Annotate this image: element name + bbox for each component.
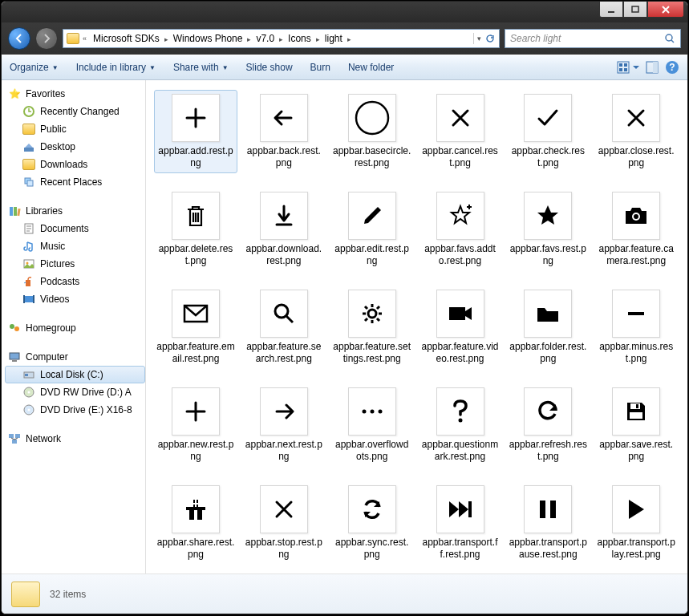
svg-rect-29: [12, 360, 17, 362]
file-item[interactable]: appbar.feature.video.rest.png: [419, 286, 502, 369]
breadcrumb-item[interactable]: v7.0: [253, 31, 278, 46]
file-thumbnail: [524, 192, 572, 240]
file-name: appbar.transport.pause.rest.png: [509, 537, 587, 561]
sidebar-item[interactable]: Desktop: [5, 138, 145, 156]
file-item[interactable]: appbar.feature.camera.rest.png: [594, 188, 678, 271]
file-item[interactable]: appbar.check.rest.png: [506, 90, 590, 173]
file-thumbnail: [524, 290, 572, 338]
organize-button[interactable]: Organize▼: [10, 62, 59, 73]
help-button[interactable]: ?: [665, 60, 679, 75]
sidebar-item[interactable]: DVD RW Drive (D:) A: [5, 383, 145, 401]
file-item[interactable]: appbar.close.rest.png: [594, 90, 678, 173]
minimize-button[interactable]: [599, 2, 623, 18]
file-item[interactable]: appbar.transport.play.rest.png: [594, 481, 678, 565]
file-thumbnail: [348, 485, 396, 533]
sidebar-item[interactable]: Downloads: [5, 156, 145, 173]
breadcrumb-item[interactable]: Icons: [285, 31, 314, 46]
file-item[interactable]: appbar.share.rest.png: [154, 481, 237, 565]
file-item[interactable]: appbar.folder.rest.png: [506, 286, 590, 369]
sidebar-item[interactable]: Local Disk (C:): [5, 366, 145, 383]
nav-back-button[interactable]: [8, 27, 30, 50]
file-item[interactable]: appbar.transport.ff.rest.png: [419, 481, 502, 565]
file-thumbnail: [260, 192, 308, 240]
file-item[interactable]: appbar.add.rest.png: [154, 90, 237, 173]
file-item[interactable]: appbar.delete.rest.png: [154, 188, 237, 271]
svg-rect-59: [550, 500, 556, 518]
sidebar-item[interactable]: Recent Places: [5, 173, 145, 191]
file-thumbnail: [348, 192, 396, 240]
file-item[interactable]: appbar.overflowdots.png: [330, 383, 414, 467]
svg-rect-17: [14, 207, 17, 216]
title-bar[interactable]: [2, 2, 687, 22]
navigation-pane[interactable]: ⭐Favorites Recently ChangedPublicDesktop…: [2, 80, 146, 573]
command-bar: Organize▼ Include in library▼ Share with…: [2, 55, 687, 80]
file-item[interactable]: appbar.transport.pause.rest.png: [506, 481, 590, 565]
view-button[interactable]: [617, 61, 639, 74]
search-input[interactable]: Search light: [505, 29, 681, 48]
svg-rect-31: [25, 374, 28, 376]
refresh-icon[interactable]: [484, 33, 496, 44]
address-bar[interactable]: « Microsoft SDKs▸Windows Phone▸v7.0▸Icon…: [63, 29, 500, 48]
file-item[interactable]: appbar.favs.rest.png: [506, 188, 590, 271]
file-item[interactable]: appbar.sync.rest.png: [330, 481, 414, 565]
burn-button[interactable]: Burn: [310, 62, 330, 73]
libraries-group[interactable]: Libraries: [5, 202, 145, 220]
sidebar-item[interactable]: DVD Drive (E:) X16-8: [5, 401, 145, 419]
file-item[interactable]: appbar.feature.search.rest.png: [242, 286, 326, 369]
file-item[interactable]: appbar.minus.rest.png: [594, 286, 678, 369]
breadcrumb-item[interactable]: light: [322, 31, 346, 46]
file-list[interactable]: appbar.add.rest.pngappbar.back.rest.pnga…: [146, 80, 687, 573]
include-library-button[interactable]: Include in library▼: [76, 62, 156, 73]
sidebar-item[interactable]: Podcasts: [5, 273, 145, 290]
breadcrumb-item[interactable]: Windows Phone: [170, 31, 246, 46]
file-item[interactable]: appbar.save.rest.png: [594, 383, 678, 467]
slideshow-button[interactable]: Slide show: [246, 62, 293, 73]
file-item[interactable]: appbar.favs.addto.rest.png: [419, 188, 502, 271]
sidebar-item[interactable]: Pictures: [5, 255, 145, 273]
file-item[interactable]: appbar.edit.rest.png: [330, 188, 414, 271]
svg-point-48: [378, 410, 382, 414]
favorites-group[interactable]: ⭐Favorites: [5, 85, 145, 103]
chevron-right-icon[interactable]: ▸: [163, 35, 170, 43]
sidebar-item[interactable]: Documents: [5, 220, 145, 237]
sidebar-item-label: Podcasts: [40, 276, 79, 287]
sidebar-item[interactable]: Recently Changed: [5, 103, 145, 120]
maximize-button[interactable]: [623, 2, 647, 18]
homegroup-icon: [8, 322, 21, 334]
chevron-right-icon[interactable]: ▸: [314, 35, 322, 43]
svg-rect-58: [540, 500, 545, 518]
file-item[interactable]: appbar.feature.email.rest.png: [154, 286, 237, 369]
file-item[interactable]: appbar.next.rest.png: [242, 383, 326, 467]
file-item[interactable]: appbar.download.rest.png: [242, 188, 326, 271]
preview-pane-button[interactable]: [646, 61, 659, 74]
sidebar-item[interactable]: Public: [5, 120, 145, 138]
svg-point-2: [666, 34, 672, 41]
network[interactable]: Network: [5, 430, 145, 448]
file-name: appbar.stop.rest.png: [245, 537, 323, 561]
new-folder-button[interactable]: New folder: [348, 62, 394, 73]
close-button[interactable]: [647, 2, 684, 18]
file-name: appbar.overflowdots.png: [333, 439, 411, 463]
file-item[interactable]: appbar.back.rest.png: [242, 90, 326, 173]
file-thumbnail: [612, 387, 660, 436]
homegroup[interactable]: Homegroup: [5, 319, 145, 337]
computer-group[interactable]: Computer: [5, 348, 145, 366]
breadcrumb-item[interactable]: Microsoft SDKs: [90, 31, 163, 46]
file-item[interactable]: appbar.refresh.rest.png: [506, 383, 590, 467]
chevron-left-icon[interactable]: «: [81, 34, 88, 43]
share-button[interactable]: Share with▼: [173, 62, 229, 73]
file-item[interactable]: appbar.cancel.rest.png: [419, 90, 502, 173]
chevron-right-icon[interactable]: ▸: [278, 35, 285, 43]
file-item[interactable]: appbar.new.rest.png: [154, 383, 237, 467]
file-item[interactable]: appbar.basecircle.rest.png: [330, 90, 414, 173]
dropdown-icon[interactable]: ▾: [477, 34, 481, 43]
chevron-right-icon[interactable]: ▸: [346, 35, 353, 43]
file-item[interactable]: appbar.questionmark.rest.png: [419, 383, 502, 467]
sidebar-item[interactable]: Videos: [5, 290, 145, 308]
sidebar-item[interactable]: Music: [5, 237, 145, 255]
file-name: appbar.save.rest.png: [597, 439, 675, 463]
file-thumbnail: [172, 94, 220, 142]
file-item[interactable]: appbar.stop.rest.png: [242, 481, 326, 565]
file-item[interactable]: appbar.feature.settings.rest.png: [330, 286, 414, 369]
nav-forward-button[interactable]: [35, 27, 58, 50]
